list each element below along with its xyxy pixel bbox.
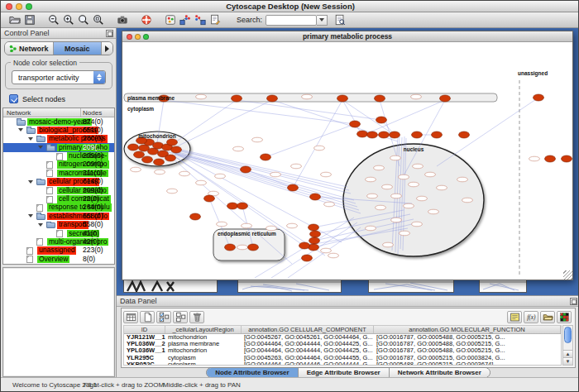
network-canvas[interactable]: plasma membranecytoplasmmitochondrionnuc… (122, 42, 572, 280)
zoom-selected-icon[interactable] (91, 13, 106, 27)
table-icon[interactable] (123, 311, 138, 323)
network-node-selected[interactable] (357, 131, 368, 137)
expand-arrow-icon[interactable] (18, 128, 23, 131)
network-node-selected[interactable] (299, 242, 310, 249)
network-node-label[interactable] (391, 194, 402, 198)
select-attributes-icon[interactable] (156, 311, 171, 323)
table-column-header[interactable]: annotation.GO MOLECULAR_FUNCTION (374, 326, 561, 333)
unselect-attributes-icon[interactable] (173, 311, 188, 323)
network-node-selected[interactable] (562, 155, 572, 162)
scroll-down-button[interactable]: ▼ (563, 357, 572, 365)
new-attribute-icon[interactable] (140, 311, 155, 323)
vizmapper-icon[interactable] (163, 13, 178, 27)
expand-arrow-icon[interactable] (38, 146, 43, 149)
zoom-fit-icon[interactable] (76, 13, 91, 27)
network-node-label[interactable] (321, 248, 332, 253)
table-row[interactable]: YLR295Ccytoplasm[GO:0045263, GO:0044464,… (124, 355, 561, 361)
network-node-selected[interactable] (167, 139, 178, 146)
network-node-selected[interactable] (459, 131, 470, 138)
tree-row-multi-organism-pro[interactable]: multi-organism pro42(0) (3, 237, 114, 246)
tree-row-metabolic-process[interactable]: metabolic process280(0) (3, 135, 114, 143)
background-window-3[interactable] (368, 279, 454, 293)
attribute-table-header[interactable]: ID_cellularLayoutRegionannotation.GO CEL… (124, 326, 561, 334)
network-node-selected[interactable] (267, 95, 278, 102)
network-node-label[interactable] (179, 171, 190, 176)
network-node-selected[interactable] (534, 94, 544, 101)
heatmap-icon[interactable] (557, 311, 572, 323)
tab-scroll-right-button[interactable] (102, 42, 112, 55)
network-node-label[interactable] (252, 137, 263, 142)
network-node-label[interactable] (529, 156, 540, 161)
network-node-selected[interactable] (204, 195, 215, 202)
network-node-selected[interactable] (261, 154, 271, 160)
network-node-label[interactable] (413, 164, 423, 169)
tree-row-macromolecule[interactable]: macromolecule311(0) (3, 169, 114, 177)
network-node-selected[interactable] (412, 131, 423, 138)
scroll-up-button[interactable]: ▲ (563, 350, 572, 357)
network-node-label[interactable] (287, 223, 298, 228)
network-node-label[interactable] (400, 231, 410, 236)
network-node-selected[interactable] (142, 156, 153, 163)
network-node-label[interactable] (390, 155, 401, 160)
expand-arrow-icon[interactable] (28, 180, 33, 184)
background-window-1[interactable] (123, 279, 218, 293)
network-node-selected[interactable] (367, 131, 378, 138)
network-node-label[interactable] (131, 167, 141, 172)
network-node-label[interactable] (367, 194, 378, 198)
network-node-selected[interactable] (310, 231, 321, 237)
network-node-selected[interactable] (309, 224, 319, 231)
delete-attribute-icon[interactable] (189, 311, 204, 323)
float-panel-icon[interactable] (570, 298, 577, 305)
network-frame-titlebar[interactable]: primary metabolic process (122, 31, 572, 42)
network-node-selected[interactable] (440, 95, 451, 102)
network-node-selected[interactable] (232, 95, 242, 102)
float-panel-icon[interactable] (106, 30, 113, 37)
network-node-label[interactable] (242, 223, 252, 228)
open-icon[interactable] (7, 13, 22, 27)
formula-icon[interactable]: f(x) (524, 311, 538, 323)
import-attributes-icon[interactable] (540, 311, 555, 323)
tree-row-cellular-process[interactable]: cellular process614(0) (3, 178, 114, 186)
table-column-header[interactable]: annotation.GO CELLULAR_COMPONENT (242, 326, 374, 333)
network-node-selected[interactable] (165, 155, 176, 161)
save-icon[interactable] (22, 13, 37, 27)
network-node-label[interactable] (374, 165, 385, 170)
snapshot-icon[interactable] (115, 13, 130, 27)
network-node-label[interactable] (399, 174, 409, 179)
select-nodes-checkbox-row[interactable]: Select nodes (9, 94, 65, 103)
network-node-selected[interactable] (379, 131, 390, 138)
layout-icon-1[interactable] (178, 13, 193, 27)
table-row[interactable]: YPL036W__2plasma membrane[GO:0044464, GO… (124, 341, 561, 347)
network-node-label[interactable] (321, 172, 332, 177)
table-column-header[interactable]: ID (124, 326, 165, 333)
tree-row-overview[interactable]: Overview8(0) (3, 255, 114, 263)
network-node-label[interactable] (270, 172, 281, 177)
network-node-selected[interactable] (237, 203, 248, 209)
table-column-header[interactable]: _cellularLayoutRegion (165, 326, 242, 333)
select-nodes-checkbox[interactable] (9, 94, 18, 103)
network-node-selected[interactable] (302, 255, 313, 261)
table-row[interactable]: YKR052Ccytoplasm[GO:0044464, GO:0044446,… (124, 361, 561, 366)
network-node-label[interactable] (462, 198, 473, 203)
expand-arrow-icon[interactable] (28, 214, 33, 218)
table-scrollbar[interactable]: ▲ ▼ (562, 325, 573, 366)
network-node-label[interactable] (391, 218, 402, 222)
network-node-label[interactable] (383, 242, 394, 247)
network-node-label[interactable] (457, 177, 468, 182)
network-node-selected[interactable] (545, 155, 556, 162)
zoom-in-icon[interactable] (61, 13, 76, 27)
network-node-selected[interactable] (376, 117, 387, 123)
tab-network[interactable]: Network (5, 42, 54, 55)
frame-resize-grip[interactable] (563, 270, 572, 280)
network-node-selected[interactable] (375, 95, 385, 102)
table-row[interactable]: YPL036W__1mitochondrion[GO:0044464, GO:0… (124, 347, 561, 354)
network-node-selected[interactable] (154, 159, 165, 165)
annotation-icon[interactable] (208, 13, 223, 27)
layout-icon-2[interactable] (193, 13, 208, 27)
background-window-2[interactable] (237, 279, 342, 293)
network-node-selected[interactable] (134, 151, 145, 158)
tree-row-primary-metabo[interactable]: primary metabo209(... (3, 143, 114, 151)
network-node-label[interactable] (417, 196, 428, 201)
network-node-label[interactable] (366, 177, 376, 182)
help-icon[interactable] (139, 13, 154, 27)
